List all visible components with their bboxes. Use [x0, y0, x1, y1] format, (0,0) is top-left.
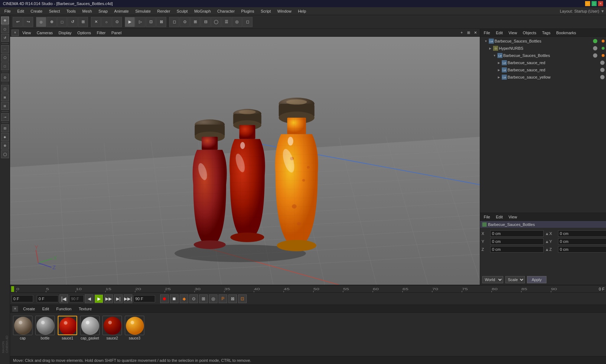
om-menu-edit[interactable]: Edit	[495, 30, 504, 36]
ring-button[interactable]: ⊙	[112, 17, 122, 27]
object-axis-button[interactable]: ◯	[1, 150, 9, 158]
render-anim-button[interactable]: ⊡	[146, 17, 156, 27]
mat-menu-create[interactable]: Create	[21, 306, 37, 312]
snap-tool-button[interactable]: ◈	[1, 133, 9, 141]
close-button[interactable]: ✕	[598, 1, 603, 6]
layout-selector[interactable]: Layout: Startup (User) ▼	[560, 9, 605, 13]
obj-row-bottles-sub[interactable]: ▼ Lø Barbecue_Sauces_Bottles	[480, 52, 606, 59]
menu-edit[interactable]: Edit	[14, 8, 27, 14]
current-frame-input[interactable]	[12, 295, 33, 302]
apply-button[interactable]: Apply	[527, 276, 546, 283]
menu-mesh[interactable]: Mesh	[79, 8, 95, 14]
viewport[interactable]: ≡ View Cameras Display Options Filter Pa…	[10, 29, 480, 285]
grid-toggle-button[interactable]: ⊟	[1, 124, 9, 132]
obj-row-sauce-red-2[interactable]: ▶ Lø Barbecue_sauce_red	[480, 66, 606, 74]
attr-world-select[interactable]: World Object	[482, 276, 503, 283]
obj-expand-hypernurbs[interactable]: ▶	[488, 46, 492, 50]
obj-row-sauce-yellow[interactable]: ▶ Lø Barbecue_sauce_yellow	[480, 74, 606, 81]
obj-row-sauce-red-1[interactable]: ▶ Lø Barbecue_sauce_red	[480, 59, 606, 66]
obj-expand-root[interactable]: ▼	[484, 39, 488, 43]
frame-input-mid[interactable]	[69, 295, 84, 302]
goto-end2-button[interactable]: ▶▶|	[124, 294, 132, 303]
workplane-button[interactable]: ⊟	[1, 102, 9, 110]
scale-tool-button[interactable]: ⬡	[1, 25, 9, 33]
start-frame-input[interactable]	[37, 295, 58, 302]
menu-plugins[interactable]: Plugins	[238, 8, 257, 14]
vp-menu-cameras[interactable]: Cameras	[35, 30, 55, 36]
deformer2-button[interactable]: ⊙	[180, 17, 190, 27]
edge-mode-button[interactable]: ⬡	[1, 54, 9, 62]
menu-script[interactable]: Script	[258, 8, 274, 14]
autokey-button[interactable]: ⊙	[189, 294, 198, 303]
deformer1-button[interactable]: ◻	[169, 17, 179, 27]
om-menu-bookmarks[interactable]: Bookmarks	[555, 30, 578, 36]
om-menu-view[interactable]: View	[507, 30, 519, 36]
attr-input-y[interactable]	[490, 238, 544, 245]
attr-input-x[interactable]	[490, 230, 544, 237]
obj-expand-sauce-red-2[interactable]: ▶	[497, 68, 501, 72]
mat-item-sauce1[interactable]: sauce1	[58, 316, 77, 340]
om-menu-objects[interactable]: Objects	[521, 30, 537, 36]
viewport-add-icon[interactable]: +	[459, 30, 465, 36]
deformer8-button[interactable]: ◻	[242, 17, 252, 27]
attr-input-y2[interactable]	[558, 238, 606, 245]
prev-frame-button[interactable]: ◀	[85, 294, 93, 303]
menu-create[interactable]: Create	[28, 8, 45, 14]
menu-snap[interactable]: Snap	[96, 8, 111, 14]
axis-tool-button[interactable]: ⊕	[1, 142, 9, 150]
viewport-menu-icon[interactable]: ≡	[12, 30, 19, 36]
maximize-button[interactable]: □	[592, 1, 597, 6]
attr-menu-edit[interactable]: Edit	[495, 214, 504, 220]
vp-menu-panel[interactable]: Panel	[109, 30, 124, 36]
goto-end-button[interactable]: ▶|	[114, 294, 123, 303]
render-pic-button[interactable]: ▷	[135, 17, 145, 27]
end-frame-input[interactable]	[133, 295, 155, 302]
texture-mode-button[interactable]: ⊞	[1, 93, 9, 101]
preview-button[interactable]: ◎	[209, 294, 218, 303]
menu-tools[interactable]: Tools	[63, 8, 79, 14]
om-menu-file[interactable]: File	[482, 30, 492, 36]
model-mode-button[interactable]: ◻	[1, 85, 9, 93]
obj-expand-bottles-sub[interactable]: ▼	[492, 53, 497, 58]
live-select-tool[interactable]: ◎	[36, 17, 46, 27]
playback-settings-button[interactable]: ⊡	[238, 294, 247, 303]
deformer4-button[interactable]: ⊟	[201, 17, 211, 27]
transform-tool[interactable]: ⊞	[78, 17, 88, 27]
viewport-expand-icon[interactable]: ⊞	[466, 30, 471, 36]
goto-start-button[interactable]: |◀	[60, 294, 68, 303]
menu-help[interactable]: Help	[295, 8, 309, 14]
fps-button[interactable]: ⊠	[228, 294, 237, 303]
rotate-tool[interactable]: ↺	[67, 17, 78, 27]
menu-render[interactable]: Render	[154, 8, 173, 14]
menu-window[interactable]: Window	[275, 8, 294, 14]
moco-button[interactable]: ⊞	[199, 294, 208, 303]
viewport-close-icon[interactable]: ✕	[473, 30, 478, 36]
scale-tool[interactable]: □	[57, 17, 67, 27]
attr-input-x2[interactable]	[558, 230, 606, 237]
attr-scale-select[interactable]: Scale Size	[505, 276, 525, 283]
attr-menu-file[interactable]: File	[482, 214, 492, 220]
deformer6-button[interactable]: ☰	[221, 17, 232, 27]
render-view-button[interactable]: ▶	[125, 17, 135, 27]
menu-simulate[interactable]: Simulate	[132, 8, 154, 14]
menu-sculpt[interactable]: Sculpt	[174, 8, 191, 14]
circle-button[interactable]: ○	[101, 17, 111, 27]
mat-item-sauce3[interactable]: sauce3	[125, 316, 144, 340]
point-mode-button[interactable]: ···	[1, 45, 9, 53]
deformer5-button[interactable]: ◯	[211, 17, 221, 27]
menu-character[interactable]: Character	[214, 8, 237, 14]
move-tool[interactable]: ⊕	[47, 17, 57, 27]
next-frame-button[interactable]: ▶▶	[104, 294, 113, 303]
deformer7-button[interactable]: ◎	[232, 17, 242, 27]
mat-item-cap[interactable]: cap	[13, 316, 32, 340]
deformer3-button[interactable]: ⊞	[190, 17, 200, 27]
mat-item-cap-gasket[interactable]: cap_gasket	[80, 316, 100, 340]
picture-viewer-button[interactable]: ⊠	[156, 17, 166, 27]
polygon-mode-button[interactable]: □	[1, 62, 9, 70]
keyframe-button[interactable]: ◆	[180, 294, 188, 303]
attr-input-z[interactable]	[490, 246, 544, 253]
om-menu-tags[interactable]: Tags	[541, 30, 552, 36]
menu-mograph[interactable]: MoGraph	[191, 8, 214, 14]
play-button[interactable]: ▶	[95, 294, 103, 303]
vp-menu-filter[interactable]: Filter	[95, 30, 107, 36]
